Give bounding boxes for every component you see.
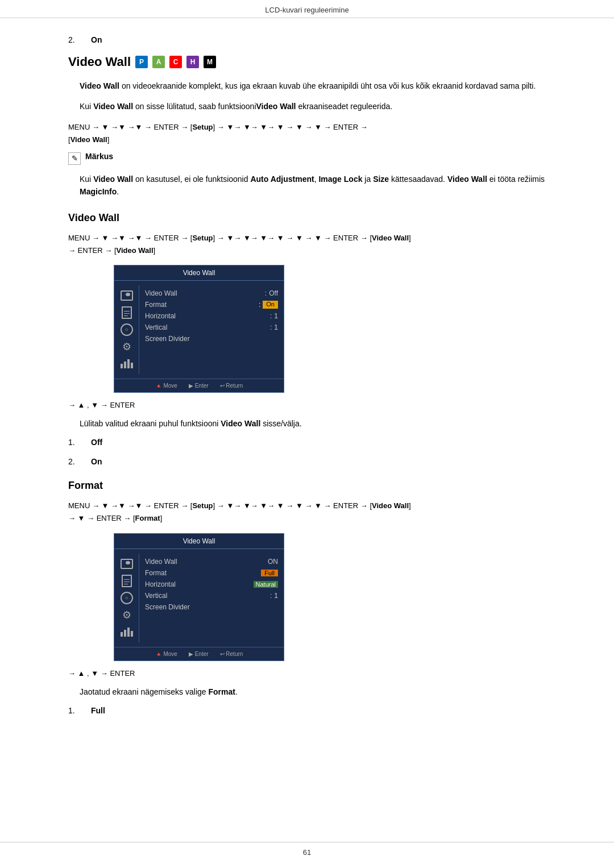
video-wall-heading: Video Wall P A C H M bbox=[68, 55, 569, 69]
desc-2: Kui Video Wall on sisse lülitatud, saab … bbox=[80, 100, 569, 113]
intro-item-2: 2. On bbox=[68, 35, 569, 44]
icon-bar-chart bbox=[121, 359, 133, 368]
tv-menu-row-format: Format : On bbox=[145, 299, 278, 310]
tv-menu-2-title: Video Wall bbox=[114, 534, 284, 549]
format-desc: Jaotatud ekraani nägemiseks valige Forma… bbox=[80, 686, 569, 698]
row-2-label-screendivider: Screen Divider bbox=[145, 603, 190, 611]
row-label-format: Format bbox=[145, 301, 167, 309]
row-value-vertical: 1 bbox=[274, 323, 278, 331]
format-desc-text: Jaotatud ekraani nägemiseks valige Forma… bbox=[80, 687, 238, 696]
desc-2-text: Kui Video Wall on sisse lülitatud, saab … bbox=[80, 102, 392, 111]
icon-lens-2: ○ bbox=[118, 590, 136, 606]
desc-1-bold: Video Wall bbox=[80, 81, 119, 90]
menu-path-2: MENU → ▼ →▼ →▼ → ENTER → [Setup] → ▼→ ▼→… bbox=[68, 232, 569, 257]
row-colon-videowall: : Off bbox=[265, 289, 278, 297]
tv-menu-1-items: Video Wall : Off Format : On bbox=[139, 285, 284, 374]
tv-menu-2-container: Video Wall bbox=[114, 533, 569, 661]
tv-menu-1-title: Video Wall bbox=[114, 265, 284, 281]
item-2-on-text: On bbox=[91, 457, 102, 466]
tv-menu-1: Video Wall bbox=[114, 265, 284, 393]
row-2-label-videowall: Video Wall bbox=[145, 558, 177, 566]
row-2-colon-vertical: : 1 bbox=[270, 592, 278, 600]
item-2-text: On bbox=[91, 35, 102, 44]
video-wall-sub-title: Video Wall bbox=[68, 212, 119, 223]
note-text: Kui Video Wall on kasutusel, ei ole funk… bbox=[80, 173, 569, 198]
format-title: Format bbox=[68, 480, 103, 491]
tv-menu-2: Video Wall bbox=[114, 533, 284, 661]
row-2-value-format: Full bbox=[261, 570, 278, 576]
item-full-text: Full bbox=[91, 706, 105, 715]
badge-p: P bbox=[135, 56, 148, 68]
item-1-off: 1. Off bbox=[68, 438, 569, 447]
video-wall-sub-heading: Video Wall bbox=[68, 212, 569, 224]
icon-bars bbox=[118, 356, 136, 372]
icon-document-2 bbox=[118, 573, 136, 589]
item-2-num: 2. bbox=[68, 457, 80, 466]
footer-2-move: 🔺 Move bbox=[155, 651, 177, 657]
row-2-colon-videowall: ON bbox=[265, 558, 278, 566]
tv-menu-2-row-horizontal: Horizontal Natural bbox=[145, 579, 278, 590]
icon-bars-2 bbox=[118, 624, 136, 640]
tv-menu-2-body: ○ ⚙ bbox=[114, 549, 284, 647]
row-2-label-horizontal: Horizontal bbox=[145, 580, 176, 588]
row-value-videowall: Off bbox=[269, 289, 278, 297]
note-content-wrapper: Märkus bbox=[85, 152, 113, 161]
tv-menu-2-row-videowall: Video Wall ON bbox=[145, 556, 278, 567]
menu-path-2-text: MENU → ▼ →▼ →▼ → ENTER → [Setup] → ▼→ ▼→… bbox=[68, 234, 411, 255]
note-label: Märkus bbox=[85, 152, 113, 161]
row-2-label-format: Format bbox=[145, 569, 167, 577]
tv-menu-2-row-format: Format Full bbox=[145, 567, 278, 579]
row-2-label-vertical: Vertical bbox=[145, 592, 167, 600]
note-icon: ✎ bbox=[68, 152, 81, 165]
switch-desc-text: Lülitab valitud ekraani puhul funktsioon… bbox=[80, 419, 302, 428]
badge-a: A bbox=[152, 56, 165, 68]
item-number-2: 2. bbox=[68, 35, 80, 44]
item-1-num: 1. bbox=[68, 438, 80, 447]
footer-2-return: ↩ Return bbox=[220, 651, 243, 657]
row-label-videowall: Video Wall bbox=[145, 289, 177, 297]
header-title: LCD-kuvari reguleerimine bbox=[265, 6, 349, 14]
page-container: LCD-kuvari reguleerimine 2. On Video Wal… bbox=[0, 0, 614, 868]
icon-picture bbox=[118, 288, 136, 304]
footer-move: 🔺 Move bbox=[155, 383, 177, 389]
note-box: ✎ Märkus bbox=[68, 152, 569, 165]
note-text-content: Kui Video Wall on kasutusel, ei ole funk… bbox=[80, 175, 545, 196]
item-full-num: 1. bbox=[68, 706, 80, 715]
tv-menu-1-container: Video Wall bbox=[114, 265, 569, 393]
video-wall-title: Video Wall bbox=[68, 55, 131, 69]
tv-menu-2-row-screendivider: Screen Divider bbox=[145, 601, 278, 613]
tv-menu-row-horizontal: Horizontal : 1 bbox=[145, 310, 278, 322]
icon-circle-2: ○ bbox=[121, 592, 133, 604]
item-1-off-text: Off bbox=[91, 438, 102, 447]
tv-menu-2-footer: 🔺 Move ▶ Enter ↩ Return bbox=[114, 647, 284, 661]
icon-lens: ○ bbox=[118, 322, 136, 338]
row-label-horizontal: Horizontal bbox=[145, 312, 176, 320]
tv-menu-1-body: ○ ⚙ bbox=[114, 281, 284, 379]
row-colon-vertical: : 1 bbox=[270, 323, 278, 331]
footer-2-enter: ▶ Enter bbox=[189, 651, 209, 657]
tv-menu-row-screendivider: Screen Divider bbox=[145, 333, 278, 344]
page-header: LCD-kuvari reguleerimine bbox=[0, 0, 614, 18]
row-2-colon-horizontal: Natural bbox=[251, 581, 278, 588]
row-label-vertical: Vertical bbox=[145, 323, 167, 331]
badge-h: H bbox=[186, 56, 199, 68]
desc-1: Video Wall on videoekraanide komplekt, k… bbox=[80, 80, 569, 92]
icon-picture-2 bbox=[118, 556, 136, 572]
icon-gear-2: ⚙ bbox=[118, 607, 136, 623]
row-2-value-vertical: 1 bbox=[274, 592, 278, 600]
icon-bar-chart-2 bbox=[121, 628, 133, 637]
row-2-colon-format: Full bbox=[259, 570, 278, 576]
footer-return: ↩ Return bbox=[220, 383, 243, 389]
badge-m: M bbox=[204, 56, 216, 68]
tv-menu-1-icons: ○ ⚙ bbox=[114, 285, 139, 374]
desc-1-text: on videoekraanide komplekt, kus iga ekra… bbox=[122, 81, 536, 90]
menu-path-3-text: MENU → ▼ →▼ →▼ → ENTER → [Setup] → ▼→ ▼→… bbox=[68, 501, 411, 522]
row-label-screendivider: Screen Divider bbox=[145, 335, 190, 343]
row-colon-horizontal: : 1 bbox=[270, 312, 278, 320]
arrow-nav-2: → ▲ , ▼ → ENTER bbox=[68, 669, 569, 678]
badge-c: C bbox=[169, 56, 182, 68]
row-colon-format: : On bbox=[259, 301, 278, 309]
tv-menu-row-vertical: Vertical : 1 bbox=[145, 322, 278, 333]
content-area: 2. On Video Wall P A C H M Video Wall on… bbox=[0, 35, 614, 715]
tv-menu-2-icons: ○ ⚙ bbox=[114, 554, 139, 642]
